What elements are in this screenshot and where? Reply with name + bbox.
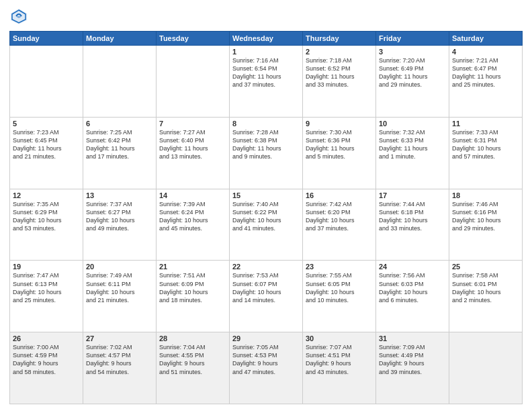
day-cell: 16Sunrise: 7:42 AM Sunset: 6:20 PM Dayli…: [303, 189, 376, 261]
day-number: 12: [13, 191, 80, 199]
day-info: Sunrise: 7:37 AM Sunset: 6:27 PM Dayligh…: [86, 200, 153, 233]
day-cell: 15Sunrise: 7:40 AM Sunset: 6:22 PM Dayli…: [230, 189, 303, 261]
logo-icon: [9, 7, 28, 26]
day-info: Sunrise: 7:05 AM Sunset: 4:53 PM Dayligh…: [232, 343, 300, 376]
logo: [9, 7, 31, 26]
day-cell: 9Sunrise: 7:30 AM Sunset: 6:36 PM Daylig…: [303, 117, 376, 189]
day-info: Sunrise: 7:33 AM Sunset: 6:31 PM Dayligh…: [452, 128, 519, 161]
day-cell: [83, 46, 157, 118]
day-info: Sunrise: 7:21 AM Sunset: 6:47 PM Dayligh…: [452, 56, 519, 89]
day-number: 22: [232, 263, 300, 271]
day-number: 25: [452, 263, 519, 271]
day-number: 9: [306, 120, 373, 128]
day-number: 4: [452, 48, 519, 56]
day-info: Sunrise: 7:00 AM Sunset: 4:59 PM Dayligh…: [13, 343, 80, 376]
day-cell: 25Sunrise: 7:58 AM Sunset: 6:01 PM Dayli…: [449, 261, 523, 332]
weekday-header-row: SundayMondayTuesdayWednesdayThursdayFrid…: [10, 32, 523, 46]
day-info: Sunrise: 7:46 AM Sunset: 6:16 PM Dayligh…: [452, 200, 519, 233]
day-number: 8: [232, 120, 300, 128]
day-info: Sunrise: 7:18 AM Sunset: 6:52 PM Dayligh…: [306, 56, 373, 89]
day-cell: 27Sunrise: 7:02 AM Sunset: 4:57 PM Dayli…: [83, 332, 157, 404]
day-cell: 2Sunrise: 7:18 AM Sunset: 6:52 PM Daylig…: [303, 46, 376, 118]
day-cell: [157, 46, 230, 118]
day-info: Sunrise: 7:39 AM Sunset: 6:24 PM Dayligh…: [159, 200, 226, 233]
day-number: 11: [452, 120, 519, 128]
day-cell: 6Sunrise: 7:25 AM Sunset: 6:42 PM Daylig…: [83, 117, 157, 189]
day-cell: 12Sunrise: 7:35 AM Sunset: 6:29 PM Dayli…: [10, 189, 83, 261]
day-info: Sunrise: 7:32 AM Sunset: 6:33 PM Dayligh…: [379, 128, 446, 161]
day-cell: 14Sunrise: 7:39 AM Sunset: 6:24 PM Dayli…: [157, 189, 230, 261]
week-row-3: 12Sunrise: 7:35 AM Sunset: 6:29 PM Dayli…: [10, 189, 523, 261]
day-info: Sunrise: 7:28 AM Sunset: 6:38 PM Dayligh…: [232, 128, 300, 161]
day-info: Sunrise: 7:44 AM Sunset: 6:18 PM Dayligh…: [379, 200, 446, 233]
day-cell: 5Sunrise: 7:23 AM Sunset: 6:45 PM Daylig…: [10, 117, 83, 189]
day-cell: 29Sunrise: 7:05 AM Sunset: 4:53 PM Dayli…: [230, 332, 303, 404]
day-number: 29: [232, 334, 300, 342]
day-number: 27: [86, 334, 153, 342]
day-cell: 28Sunrise: 7:04 AM Sunset: 4:55 PM Dayli…: [157, 332, 230, 404]
weekday-header-saturday: Saturday: [449, 32, 523, 46]
day-cell: 22Sunrise: 7:53 AM Sunset: 6:07 PM Dayli…: [230, 261, 303, 332]
day-number: 24: [379, 263, 446, 271]
day-number: 31: [379, 334, 446, 342]
day-info: Sunrise: 7:42 AM Sunset: 6:20 PM Dayligh…: [306, 200, 373, 233]
day-cell: [10, 46, 83, 118]
weekday-header-monday: Monday: [83, 32, 157, 46]
page: SundayMondayTuesdayWednesdayThursdayFrid…: [0, 0, 532, 411]
weekday-header-tuesday: Tuesday: [157, 32, 230, 46]
day-cell: 17Sunrise: 7:44 AM Sunset: 6:18 PM Dayli…: [376, 189, 449, 261]
week-row-1: 1Sunrise: 7:16 AM Sunset: 6:54 PM Daylig…: [10, 46, 523, 118]
day-cell: 13Sunrise: 7:37 AM Sunset: 6:27 PM Dayli…: [83, 189, 157, 261]
day-cell: 10Sunrise: 7:32 AM Sunset: 6:33 PM Dayli…: [376, 117, 449, 189]
day-info: Sunrise: 7:56 AM Sunset: 6:03 PM Dayligh…: [379, 271, 446, 304]
day-cell: 4Sunrise: 7:21 AM Sunset: 6:47 PM Daylig…: [449, 46, 523, 118]
day-cell: 1Sunrise: 7:16 AM Sunset: 6:54 PM Daylig…: [230, 46, 303, 118]
day-info: Sunrise: 7:04 AM Sunset: 4:55 PM Dayligh…: [159, 343, 226, 376]
day-cell: 24Sunrise: 7:56 AM Sunset: 6:03 PM Dayli…: [376, 261, 449, 332]
day-cell: 18Sunrise: 7:46 AM Sunset: 6:16 PM Dayli…: [449, 189, 523, 261]
day-number: 18: [452, 191, 519, 199]
day-number: 13: [86, 191, 153, 199]
day-info: Sunrise: 7:30 AM Sunset: 6:36 PM Dayligh…: [306, 128, 373, 161]
day-info: Sunrise: 7:27 AM Sunset: 6:40 PM Dayligh…: [159, 128, 226, 161]
day-info: Sunrise: 7:09 AM Sunset: 4:49 PM Dayligh…: [379, 343, 446, 376]
day-number: 19: [13, 263, 80, 271]
day-number: 16: [306, 191, 373, 199]
day-number: 15: [232, 191, 300, 199]
day-cell: 21Sunrise: 7:51 AM Sunset: 6:09 PM Dayli…: [157, 261, 230, 332]
day-cell: 20Sunrise: 7:49 AM Sunset: 6:11 PM Dayli…: [83, 261, 157, 332]
day-number: 10: [379, 120, 446, 128]
calendar-table: SundayMondayTuesdayWednesdayThursdayFrid…: [9, 31, 523, 404]
day-info: Sunrise: 7:20 AM Sunset: 6:49 PM Dayligh…: [379, 56, 446, 89]
day-cell: 23Sunrise: 7:55 AM Sunset: 6:05 PM Dayli…: [303, 261, 376, 332]
day-number: 23: [306, 263, 373, 271]
day-info: Sunrise: 7:16 AM Sunset: 6:54 PM Dayligh…: [232, 56, 300, 89]
weekday-header-friday: Friday: [376, 32, 449, 46]
day-number: 7: [159, 120, 226, 128]
day-info: Sunrise: 7:40 AM Sunset: 6:22 PM Dayligh…: [232, 200, 300, 233]
day-cell: 30Sunrise: 7:07 AM Sunset: 4:51 PM Dayli…: [303, 332, 376, 404]
day-info: Sunrise: 7:55 AM Sunset: 6:05 PM Dayligh…: [306, 271, 373, 304]
day-cell: 3Sunrise: 7:20 AM Sunset: 6:49 PM Daylig…: [376, 46, 449, 118]
weekday-header-wednesday: Wednesday: [230, 32, 303, 46]
day-number: 30: [306, 334, 373, 342]
day-info: Sunrise: 7:49 AM Sunset: 6:11 PM Dayligh…: [86, 271, 153, 304]
day-number: 1: [232, 48, 300, 56]
day-cell: 7Sunrise: 7:27 AM Sunset: 6:40 PM Daylig…: [157, 117, 230, 189]
day-number: 3: [379, 48, 446, 56]
day-info: Sunrise: 7:47 AM Sunset: 6:13 PM Dayligh…: [13, 271, 80, 304]
week-row-4: 19Sunrise: 7:47 AM Sunset: 6:13 PM Dayli…: [10, 261, 523, 332]
header: [9, 7, 523, 26]
weekday-header-sunday: Sunday: [10, 32, 83, 46]
day-info: Sunrise: 7:58 AM Sunset: 6:01 PM Dayligh…: [452, 271, 519, 304]
day-cell: 31Sunrise: 7:09 AM Sunset: 4:49 PM Dayli…: [376, 332, 449, 404]
day-number: 26: [13, 334, 80, 342]
week-row-2: 5Sunrise: 7:23 AM Sunset: 6:45 PM Daylig…: [10, 117, 523, 189]
day-number: 2: [306, 48, 373, 56]
day-number: 5: [13, 120, 80, 128]
day-number: 6: [86, 120, 153, 128]
day-number: 14: [159, 191, 226, 199]
day-number: 28: [159, 334, 226, 342]
day-number: 21: [159, 263, 226, 271]
weekday-header-thursday: Thursday: [303, 32, 376, 46]
